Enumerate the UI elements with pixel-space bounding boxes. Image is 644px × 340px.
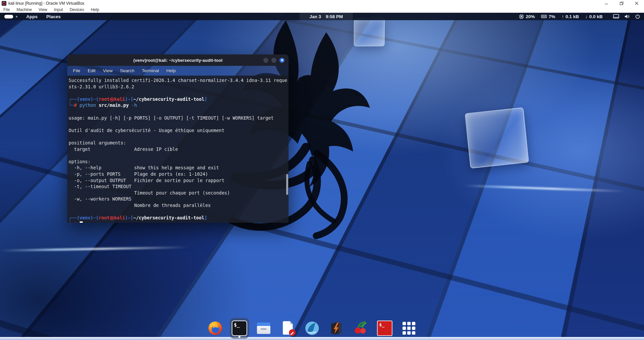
volume-icon[interactable] [624, 14, 630, 19]
dock-item-wireshark[interactable] [302, 318, 322, 339]
file-manager-icon [256, 321, 271, 336]
terminal-menu-search[interactable]: Search [117, 68, 138, 74]
glass-cube-accent [465, 107, 529, 168]
dock-item-app-grid[interactable] [399, 318, 419, 339]
download-rate-value: 0.0 kB [589, 14, 603, 19]
power-icon[interactable] [635, 14, 640, 19]
wireshark-icon [304, 321, 320, 336]
vbox-menu-input[interactable]: Input [51, 7, 67, 12]
vbox-menu-view[interactable]: View [35, 7, 51, 12]
download-arrow-icon: ↓ [585, 14, 588, 19]
network-download: ↓ 0.0 kB [585, 14, 603, 19]
display-settings-icon[interactable] [613, 14, 619, 19]
close-button[interactable] [629, 0, 644, 7]
terminal-menubar: File Edit View Search Terminal Help [67, 66, 289, 76]
minimize-button[interactable] [599, 0, 614, 7]
maximize-icon [619, 1, 623, 5]
terminal-menu-edit[interactable]: Edit [85, 68, 99, 74]
terminal-menu-help[interactable]: Help [163, 68, 179, 74]
clock-date: Jan 3 [309, 14, 321, 19]
virtualbox-titlebar[interactable]: kali linux [Running] - Oracle VM Virtual… [0, 0, 644, 7]
cpu-monitor: 20% [519, 14, 535, 19]
places-menu[interactable]: Places [46, 14, 61, 19]
terminal-close-button[interactable] [279, 58, 285, 63]
vbox-menu-help[interactable]: Help [87, 7, 103, 12]
apps-menu[interactable]: Apps [26, 14, 38, 19]
vbox-menu-file[interactable]: File [0, 7, 13, 12]
terminal-output[interactable]: Successfully installed certifi-2026.1.4 … [67, 76, 289, 223]
vm-screen: Apps Places Jan 3 9:58 PM 20% 7% ↑ 0.1 k… [0, 13, 644, 340]
panel-tray: 20% 7% ↑ 0.1 kB ↓ 0.0 kB [519, 14, 644, 19]
workspace-indicator-2[interactable] [16, 16, 17, 17]
window-controls [599, 0, 644, 7]
terminal-maximize-button[interactable] [271, 58, 276, 63]
minimize-icon [604, 1, 608, 5]
terminal-menu-file[interactable]: File [70, 68, 83, 74]
terminal-menu-terminal[interactable]: Terminal [139, 68, 162, 74]
terminal-titlebar[interactable]: (venv)root@kali: ~/cybersecurity-audit-t… [67, 54, 289, 66]
dock-item-burpsuite[interactable] [327, 318, 346, 339]
panel-clock[interactable]: Jan 3 9:58 PM [300, 13, 353, 20]
virtualbox-window-title: kali linux [Running] - Oracle VM Virtual… [8, 1, 84, 6]
text-editor-icon [280, 321, 296, 336]
upload-arrow-icon: ↑ [562, 14, 564, 19]
terminal-minimize-button[interactable] [263, 58, 268, 63]
kali-top-panel: Apps Places Jan 3 9:58 PM 20% 7% ↑ 0.1 k… [0, 13, 644, 20]
network-upload: ↑ 0.1 kB [562, 14, 579, 19]
dock-item-terminal[interactable]: $_ [230, 318, 249, 339]
upload-rate-value: 0.1 kB [566, 14, 579, 19]
cpu-usage-value: 20% [526, 14, 535, 19]
dock-item-firefox[interactable] [205, 318, 225, 339]
memory-monitor: 7% [541, 14, 555, 19]
dock: $_ [205, 318, 419, 339]
workspace-indicator-active[interactable] [4, 15, 13, 18]
terminal-scrollbar[interactable] [286, 174, 288, 195]
memory-usage-value: 7% [548, 14, 555, 19]
terminal-menu-view[interactable]: View [100, 68, 116, 74]
virtualbox-icon [2, 1, 6, 6]
dock-item-text-editor[interactable] [278, 318, 298, 339]
memory-icon [541, 14, 547, 19]
cpu-icon [519, 14, 524, 19]
terminal-title: (venv)root@kali: ~/cybersecurity-audit-t… [67, 58, 289, 63]
close-icon [635, 1, 639, 5]
app-grid-icon [403, 322, 415, 335]
dock-item-file-manager[interactable] [254, 318, 273, 339]
virtualbox-menubar: File Machine View Input Devices Help [0, 7, 644, 13]
clock-time: 9:58 PM [326, 14, 343, 19]
vbox-menu-machine[interactable]: Machine [13, 7, 35, 12]
maximize-button[interactable] [614, 0, 629, 7]
cherrytree-icon [353, 321, 368, 336]
vbox-menu-devices[interactable]: Devices [66, 7, 87, 12]
dock-item-cherrytree[interactable] [351, 318, 370, 339]
burpsuite-icon [329, 321, 344, 336]
terminal-window: (venv)root@kali: ~/cybersecurity-audit-t… [67, 54, 289, 223]
terminal-icon: $_ [232, 321, 247, 336]
firefox-icon [207, 321, 223, 336]
dock-item-root-terminal[interactable]: $_ [375, 318, 394, 339]
root-terminal-icon: $_ [377, 321, 392, 336]
